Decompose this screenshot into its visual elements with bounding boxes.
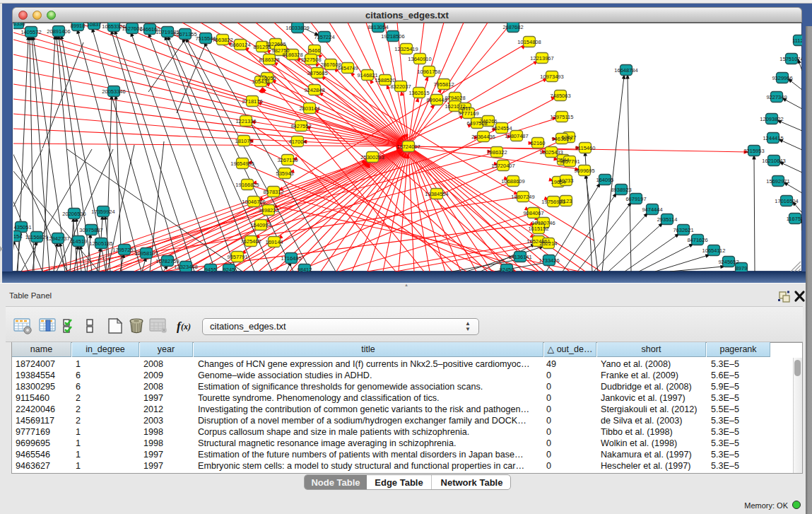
svg-text:10025433: 10025433 bbox=[539, 149, 563, 156]
svg-text:19654985: 19654985 bbox=[230, 160, 254, 167]
svg-text:8322037: 8322037 bbox=[390, 83, 411, 90]
svg-text:19384554: 19384554 bbox=[425, 191, 448, 197]
svg-text:8123: 8123 bbox=[560, 198, 572, 204]
svg-text:14136141: 14136141 bbox=[508, 254, 531, 260]
svg-text:12323448: 12323448 bbox=[174, 264, 197, 270]
svg-text:16210643: 16210643 bbox=[762, 158, 785, 164]
svg-text:9474444: 9474444 bbox=[642, 206, 662, 213]
svg-text:89918: 89918 bbox=[71, 23, 86, 29]
svg-text:8813054: 8813054 bbox=[367, 24, 388, 30]
svg-text:9857791: 9857791 bbox=[227, 254, 247, 260]
svg-text:8990448: 8990448 bbox=[426, 97, 447, 103]
svg-text:25300293: 25300293 bbox=[360, 154, 384, 160]
svg-text:7625402: 7625402 bbox=[240, 238, 261, 245]
svg-text:9777169: 9777169 bbox=[458, 110, 478, 117]
svg-text:9327508: 9327508 bbox=[300, 57, 321, 63]
svg-text:2935114: 2935114 bbox=[657, 216, 678, 223]
svg-text:20053346: 20053346 bbox=[102, 88, 125, 95]
svg-text:20206536: 20206536 bbox=[62, 211, 86, 217]
svg-text:10958107: 10958107 bbox=[134, 250, 158, 257]
svg-text:1405572: 1405572 bbox=[20, 29, 41, 35]
svg-text:9463627: 9463627 bbox=[551, 136, 572, 142]
svg-text:12505135: 12505135 bbox=[89, 240, 112, 247]
svg-text:18807249: 18807249 bbox=[511, 194, 534, 200]
svg-text:12942737: 12942737 bbox=[46, 235, 69, 242]
svg-text:6679197: 6679197 bbox=[625, 196, 646, 202]
svg-text:8427552: 8427552 bbox=[290, 123, 311, 129]
svg-text:1362615: 1362615 bbox=[408, 90, 429, 96]
svg-text:49233: 49233 bbox=[559, 177, 574, 184]
svg-text:15751074: 15751074 bbox=[779, 56, 802, 62]
svg-text:3267130: 3267130 bbox=[277, 157, 298, 163]
svg-text:1435051: 1435051 bbox=[13, 224, 32, 230]
svg-text:164095: 164095 bbox=[596, 177, 613, 183]
svg-text:9242848: 9242848 bbox=[304, 87, 324, 93]
svg-text:15720407: 15720407 bbox=[491, 163, 514, 169]
svg-text:39154: 39154 bbox=[13, 233, 22, 240]
svg-text:8471626: 8471626 bbox=[687, 237, 707, 243]
svg-text:9857791: 9857791 bbox=[559, 158, 579, 165]
svg-text:3875685: 3875685 bbox=[307, 70, 327, 76]
svg-text:1244415: 1244415 bbox=[763, 135, 783, 141]
svg-text:10688609: 10688609 bbox=[501, 178, 524, 185]
svg-text:12975115: 12975115 bbox=[551, 114, 574, 120]
svg-text:8186328: 8186328 bbox=[282, 52, 302, 58]
svg-text:252214: 252214 bbox=[539, 240, 557, 247]
svg-text:3498222: 3498222 bbox=[258, 207, 278, 214]
svg-text:12213967: 12213967 bbox=[530, 55, 553, 62]
svg-text:7357224: 7357224 bbox=[314, 34, 334, 40]
svg-text:9245652: 9245652 bbox=[718, 259, 739, 265]
svg-text:8578312: 8578312 bbox=[263, 189, 283, 195]
svg-text:(x): (x) bbox=[181, 322, 191, 332]
svg-text:8979: 8979 bbox=[736, 265, 748, 271]
svg-text:8660124: 8660124 bbox=[230, 42, 250, 48]
svg-text:62160: 62160 bbox=[531, 140, 546, 146]
svg-text:7955812: 7955812 bbox=[433, 81, 454, 88]
svg-text:9699695: 9699695 bbox=[574, 168, 594, 174]
svg-text:16671355: 16671355 bbox=[173, 31, 196, 37]
svg-text:535943: 535943 bbox=[276, 170, 293, 177]
svg-text:105433: 105433 bbox=[252, 78, 269, 85]
svg-text:10154808: 10154808 bbox=[517, 39, 541, 45]
svg-text:16336: 16336 bbox=[13, 23, 25, 27]
svg-text:17957253: 17957253 bbox=[112, 247, 136, 253]
svg-text:1615152: 1615152 bbox=[528, 226, 548, 232]
svg-text:417004: 417004 bbox=[288, 139, 306, 145]
svg-text:9455: 9455 bbox=[205, 267, 217, 272]
svg-text:15692971: 15692971 bbox=[766, 178, 789, 185]
svg-text:10973493: 10973493 bbox=[540, 74, 563, 80]
svg-text:9245: 9245 bbox=[223, 267, 235, 272]
svg-text:3624554: 3624554 bbox=[491, 125, 512, 132]
svg-text:1716485: 1716485 bbox=[281, 255, 301, 262]
svg-text:181075: 181075 bbox=[235, 138, 252, 144]
svg-text:1540994: 1540994 bbox=[250, 222, 271, 228]
svg-text:7632621: 7632621 bbox=[673, 227, 693, 233]
svg-text:8186328: 8186328 bbox=[259, 57, 279, 63]
svg-text:116753: 116753 bbox=[787, 216, 802, 222]
svg-text:30975887: 30975887 bbox=[79, 227, 102, 233]
svg-text:18724007: 18724007 bbox=[396, 144, 420, 150]
svg-text:2803144: 2803144 bbox=[299, 105, 319, 112]
svg-text:10961758: 10961758 bbox=[417, 69, 440, 75]
svg-text:16648784: 16648784 bbox=[614, 67, 637, 74]
svg-text:11156829: 11156829 bbox=[25, 234, 48, 240]
svg-text:19166825: 19166825 bbox=[235, 182, 259, 188]
svg-text:114519: 114519 bbox=[70, 238, 87, 245]
svg-text:12325419: 12325419 bbox=[394, 46, 418, 52]
svg-text:92450: 92450 bbox=[500, 267, 514, 272]
svg-text:169144: 169144 bbox=[265, 239, 283, 245]
svg-text:8454749: 8454749 bbox=[337, 65, 358, 71]
svg-text:10807487: 10807487 bbox=[505, 133, 528, 139]
svg-text:10837: 10837 bbox=[87, 23, 102, 28]
svg-text:17016504: 17016504 bbox=[775, 198, 798, 204]
svg-text:19218506: 19218506 bbox=[381, 33, 404, 40]
svg-text:9115460: 9115460 bbox=[575, 145, 596, 151]
svg-text:2718176: 2718176 bbox=[242, 98, 262, 105]
svg-text:9329966: 9329966 bbox=[772, 75, 792, 81]
svg-text:1322605: 1322605 bbox=[265, 41, 286, 47]
svg-text:1588520: 1588520 bbox=[375, 77, 395, 83]
svg-text:9794028: 9794028 bbox=[445, 95, 465, 101]
svg-text:20891406: 20891406 bbox=[47, 28, 70, 35]
svg-text:10046736: 10046736 bbox=[242, 199, 265, 205]
svg-text:9227349: 9227349 bbox=[766, 94, 787, 100]
